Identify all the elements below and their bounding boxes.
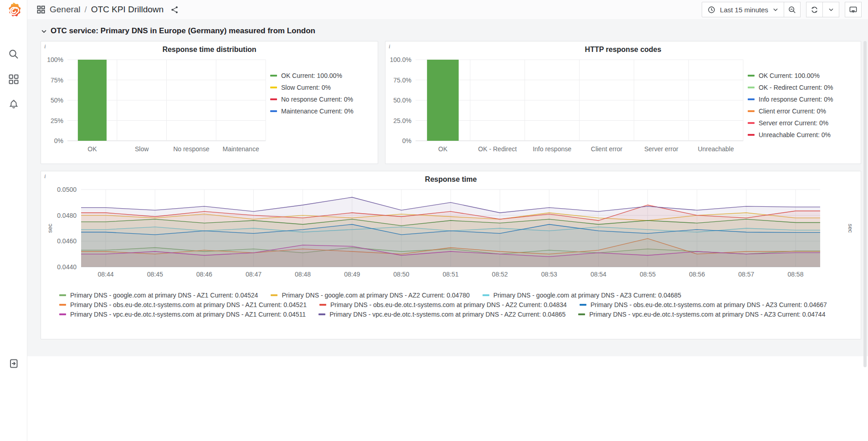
- svg-text:Info response: Info response: [533, 145, 571, 153]
- series-color-swatch: [59, 304, 66, 306]
- grafana-logo[interactable]: [4, 1, 23, 21]
- legend-label: Primary DNS - vpc.eu-de.otc.t-systems.co…: [70, 311, 306, 318]
- legend-item[interactable]: OK Current: 100.00%: [748, 72, 859, 79]
- legend-item[interactable]: Primary DNS - obs.eu-de.otc.t-systems.co…: [580, 301, 827, 308]
- legend-item[interactable]: Primary DNS - obs.eu-de.otc.t-systems.co…: [319, 301, 567, 308]
- svg-text:08:57: 08:57: [738, 271, 754, 278]
- svg-text:08:51: 08:51: [442, 271, 458, 278]
- info-icon[interactable]: i: [44, 43, 46, 50]
- monitor-icon: [849, 5, 858, 14]
- zoom-out-button[interactable]: [784, 2, 801, 17]
- legend-label: Primary DNS - vpc.eu-de.otc.t-systems.co…: [329, 311, 565, 318]
- series-color-swatch: [748, 87, 755, 88]
- svg-text:08:58: 08:58: [787, 271, 803, 278]
- bell-icon[interactable]: [8, 99, 19, 110]
- dashboard-row-header[interactable]: OTC service: Primary DNS in Europe (Germ…: [41, 26, 861, 36]
- chevron-down-icon: [828, 6, 834, 13]
- refresh-button[interactable]: [806, 2, 823, 17]
- panel-title[interactable]: Response time distribution: [41, 41, 378, 54]
- legend-item[interactable]: Client error Current: 0%: [748, 108, 859, 115]
- dashboards-icon[interactable]: [8, 74, 19, 85]
- svg-text:Server error: Server error: [644, 145, 678, 153]
- info-icon[interactable]: i: [389, 43, 390, 50]
- legend-label: Maintenance Current: 0%: [281, 108, 354, 115]
- refresh-interval-dropdown[interactable]: [822, 2, 839, 17]
- legend-item[interactable]: Primary DNS - google.com at primary DNS …: [483, 292, 681, 299]
- svg-text:Unreachable: Unreachable: [698, 145, 734, 153]
- series-color-swatch: [59, 294, 66, 296]
- series-color-swatch: [578, 313, 585, 315]
- legend-item[interactable]: Info response Current: 0%: [748, 96, 859, 103]
- legend-item[interactable]: Primary DNS - vpc.eu-de.otc.t-systems.co…: [59, 311, 306, 318]
- panel-response-time: i Response time 0.04400.04600.04800.0500…: [41, 171, 861, 339]
- legend-label: OK - Redirect Current: 0%: [759, 84, 833, 91]
- svg-text:0.0440: 0.0440: [57, 263, 77, 271]
- series-color-swatch: [483, 294, 489, 296]
- bar-chart: 0%25.0%50.0%75.0%100.0%OKOK - RedirectIn…: [385, 54, 748, 160]
- svg-text:08:44: 08:44: [98, 271, 114, 278]
- kiosk-mode-button[interactable]: [845, 2, 862, 17]
- svg-text:OK: OK: [87, 145, 97, 153]
- series-color-swatch: [271, 294, 277, 296]
- svg-text:0.0480: 0.0480: [57, 212, 77, 219]
- legend-item[interactable]: OK - Redirect Current: 0%: [748, 84, 859, 91]
- info-icon[interactable]: i: [44, 173, 46, 180]
- legend-label: Unreachable Current: 0%: [759, 131, 831, 138]
- left-sidebar: [0, 0, 27, 441]
- legend-item[interactable]: Primary DNS - obs.eu-de.otc.t-systems.co…: [59, 301, 307, 308]
- series-color-swatch: [319, 304, 326, 306]
- series-color-swatch: [318, 313, 325, 315]
- legend-label: Primary DNS - google.com at primary DNS …: [493, 292, 681, 299]
- legend-label: Server error Current: 0%: [759, 119, 828, 127]
- breadcrumb-separator: /: [85, 5, 87, 15]
- legend-item[interactable]: Slow Current: 0%: [270, 84, 368, 91]
- legend-item[interactable]: OK Current: 100.00%: [270, 72, 368, 79]
- legend-item[interactable]: Unreachable Current: 0%: [748, 131, 859, 138]
- svg-text:08:45: 08:45: [147, 271, 163, 278]
- series-color-swatch: [748, 75, 755, 77]
- panel-title[interactable]: Response time: [41, 171, 861, 184]
- row-title: OTC service: Primary DNS in Europe (Germ…: [51, 26, 315, 36]
- svg-text:sec: sec: [847, 224, 854, 233]
- legend-label: Primary DNS - obs.eu-de.otc.t-systems.co…: [70, 301, 307, 308]
- time-range-picker[interactable]: Last 15 minutes: [702, 2, 784, 17]
- legend-item[interactable]: No response Current: 0%: [270, 96, 368, 103]
- search-icon[interactable]: [8, 49, 19, 60]
- svg-text:08:55: 08:55: [640, 271, 656, 278]
- legend-label: Client error Current: 0%: [759, 108, 826, 115]
- svg-text:08:53: 08:53: [541, 271, 557, 278]
- legend-item[interactable]: Server error Current: 0%: [748, 119, 859, 127]
- legend-item[interactable]: Primary DNS - vpc.eu-de.otc.t-systems.co…: [578, 311, 825, 318]
- breadcrumb-section[interactable]: General: [50, 5, 81, 15]
- legend-label: OK Current: 100.00%: [759, 72, 820, 79]
- series-color-swatch: [270, 98, 277, 100]
- panel-legend: OK Current: 100.00%Slow Current: 0%No re…: [270, 54, 368, 160]
- panel-title[interactable]: HTTP response codes: [385, 41, 861, 54]
- series-color-swatch: [748, 134, 755, 136]
- legend-label: Primary DNS - vpc.eu-de.otc.t-systems.co…: [589, 311, 825, 318]
- svg-text:50%: 50%: [51, 97, 63, 104]
- sign-in-icon[interactable]: [8, 358, 19, 369]
- legend-item[interactable]: Primary DNS - google.com at primary DNS …: [59, 292, 258, 299]
- svg-text:75%: 75%: [51, 77, 63, 84]
- svg-text:0%: 0%: [54, 137, 63, 144]
- share-icon[interactable]: [170, 5, 179, 14]
- svg-text:08:54: 08:54: [591, 271, 606, 278]
- svg-text:No response: No response: [173, 145, 210, 153]
- legend-item[interactable]: Maintenance Current: 0%: [270, 108, 368, 115]
- legend-item[interactable]: Primary DNS - vpc.eu-de.otc.t-systems.co…: [318, 311, 565, 318]
- svg-text:100.0%: 100.0%: [390, 56, 411, 63]
- svg-text:Slow: Slow: [135, 145, 149, 153]
- series-color-swatch: [59, 313, 66, 315]
- svg-text:08:47: 08:47: [246, 271, 262, 278]
- legend-label: Slow Current: 0%: [281, 84, 331, 91]
- top-navbar: General / OTC KPI Drilldown Last 15 minu…: [27, 0, 868, 19]
- legend-item[interactable]: Primary DNS - google.com at primary DNS …: [271, 292, 469, 299]
- breadcrumb: General / OTC KPI Drilldown: [36, 5, 179, 15]
- legend-label: Primary DNS - obs.eu-de.otc.t-systems.co…: [591, 301, 827, 308]
- svg-text:08:48: 08:48: [295, 271, 311, 278]
- svg-text:08:46: 08:46: [196, 271, 212, 278]
- series-color-swatch: [748, 98, 755, 100]
- scrollbar-thumb[interactable]: [863, 41, 867, 367]
- clock-icon: [707, 5, 716, 14]
